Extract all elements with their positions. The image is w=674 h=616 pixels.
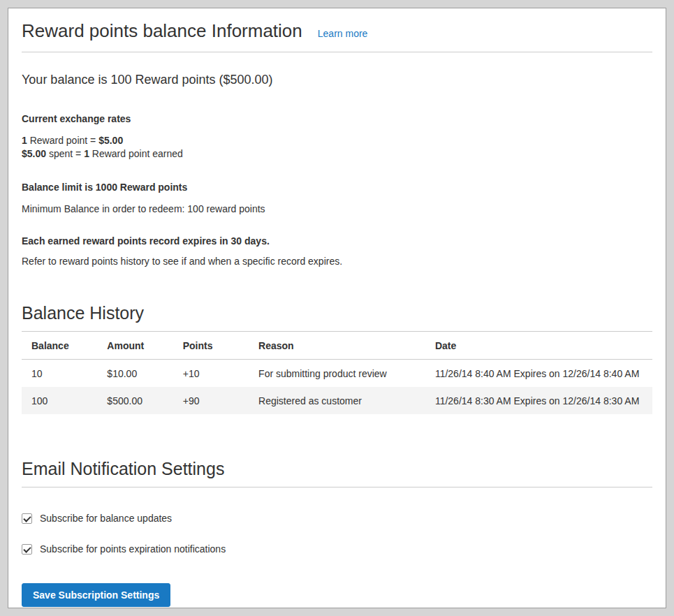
rate2-points: 1 [84,148,89,159]
reward-points-panel: Reward points balance Information Learn … [8,8,666,608]
column-header-amount: Amount [97,332,173,360]
expiration-note: Refer to reward points history to see if… [22,256,652,267]
subscribe-balance-updates-checkbox[interactable] [22,513,32,524]
rate2-text: spent = [46,148,84,159]
balance-history-table: Balance Amount Points Reason Date 10 $10… [22,332,652,414]
cell-date: 11/26/14 8:40 AM Expires on 12/26/14 8:4… [425,360,652,388]
rate2-value: $5.00 [22,148,46,159]
subscribe-expiration-notifications-row: Subscribe for points expiration notifica… [22,543,652,555]
cell-amount: $500.00 [97,387,173,414]
cell-balance: 100 [22,387,97,414]
cell-reason: Registered as customer [249,387,425,414]
email-notification-settings-title: Email Notification Settings [22,459,652,487]
subscribe-balance-updates-label[interactable]: Subscribe for balance updates [40,513,172,524]
cell-points: +90 [173,387,249,414]
column-header-balance: Balance [22,332,97,360]
rate2-suffix: Reward point earned [89,148,183,159]
cell-balance: 10 [22,360,97,388]
learn-more-link[interactable]: Learn more [318,28,368,39]
table-row: 10 $10.00 +10 For submitting product rev… [22,360,652,388]
page-header: Reward points balance Information Learn … [22,8,652,52]
balance-history-title: Balance History [22,303,652,332]
rate1-value: $5.00 [98,135,123,146]
minimum-balance-note: Minimum Balance in order to redeem: 100 … [22,203,652,214]
subscribe-balance-updates-row: Subscribe for balance updates [22,513,652,524]
save-subscription-settings-button[interactable]: Save Subscription Settings [22,583,170,607]
subscribe-expiration-notifications-checkbox[interactable] [22,544,32,555]
subscribe-expiration-notifications-label[interactable]: Subscribe for points expiration notifica… [40,543,226,555]
expiration-heading: Each earned reward points record expires… [22,235,652,247]
column-header-reason: Reason [249,332,425,360]
table-header-row: Balance Amount Points Reason Date [22,332,652,360]
cell-points: +10 [173,360,249,388]
table-row: 100 $500.00 +90 Registered as customer 1… [22,387,652,414]
rate1-text: Reward point = [27,135,98,146]
exchange-rates: 1 Reward point = $5.00 $5.00 spent = 1 R… [22,134,652,161]
cell-reason: For submitting product review [249,360,425,388]
balance-limit-heading: Balance limit is 1000 Reward points [22,182,652,193]
exchange-rate-currency-to-points: $5.00 spent = 1 Reward point earned [22,147,652,161]
cell-date: 11/26/14 8:30 AM Expires on 12/26/14 8:3… [425,387,652,414]
column-header-points: Points [173,332,249,360]
column-header-date: Date [425,332,652,360]
rate1-points: 1 [22,135,27,146]
cell-amount: $10.00 [97,360,173,388]
page-title: Reward points balance Information [22,20,302,42]
balance-summary: Your balance is 100 Reward points ($500.… [22,73,652,87]
exchange-rates-heading: Current exchange rates [22,113,652,124]
exchange-rate-points-to-currency: 1 Reward point = $5.00 [22,134,652,147]
